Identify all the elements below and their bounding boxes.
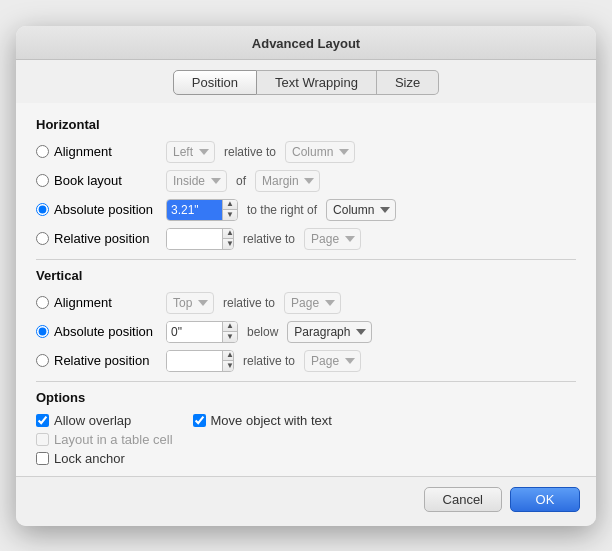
v-alignment-radio-label: Alignment [36,295,166,310]
v-alignment-relative-to-select[interactable]: Page [284,292,341,314]
h-relative-down-btn[interactable]: ▼ [223,239,234,249]
v-relative-position-row: Relative position ▲ ▼ relative to Page [36,349,576,373]
v-absolute-radio-label: Absolute position [36,324,166,339]
h-relative-up-btn[interactable]: ▲ [223,229,234,240]
v-relative-spinner-btns: ▲ ▼ [222,351,234,371]
options-section-title: Options [36,390,576,405]
h-absolute-radio-label: Absolute position [36,202,166,217]
book-layout-radio[interactable] [36,174,49,187]
v-absolute-radio[interactable] [36,325,49,338]
move-object-with-text-label[interactable]: Move object with text [193,413,332,428]
v-absolute-position-row: Absolute position ▲ ▼ below Paragraph Pa… [36,320,576,344]
v-relative-controls: ▲ ▼ relative to Page [166,350,576,372]
layout-in-table-cell-label: Layout in a table cell [36,432,173,447]
h-absolute-down-btn[interactable]: ▼ [223,210,237,220]
v-relative-to-select[interactable]: Page [304,350,361,372]
move-object-with-text-checkbox[interactable] [193,414,206,427]
alignment-radio-label: Alignment [36,144,166,159]
v-absolute-up-btn[interactable]: ▲ [223,322,237,333]
v-absolute-input[interactable] [167,322,222,342]
alignment-radio[interactable] [36,145,49,158]
v-relative-radio[interactable] [36,354,49,367]
cancel-button[interactable]: Cancel [424,487,502,512]
book-layout-of-select[interactable]: Margin [255,170,320,192]
h-relative-spinner-btns: ▲ ▼ [222,229,234,249]
v-relative-down-btn[interactable]: ▼ [223,361,234,371]
v-relative-radio-label: Relative position [36,353,166,368]
h-absolute-radio[interactable] [36,203,49,216]
book-layout-radio-label: Book layout [36,173,166,188]
divider-1 [36,259,576,260]
v-alignment-radio[interactable] [36,296,49,309]
h-absolute-to-right-select[interactable]: Column Page Margin [326,199,396,221]
dialog-title: Advanced Layout [16,26,596,60]
h-absolute-controls: ▲ ▼ to the right of Column Page Margin [166,199,576,221]
dialog-footer: Cancel OK [16,476,596,526]
allow-overlap-label[interactable]: Allow overlap [36,413,173,428]
h-relative-radio[interactable] [36,232,49,245]
book-layout-controls: Inside of Margin [166,170,576,192]
alignment-relative-to-select[interactable]: Column [285,141,355,163]
options-right-col: Move object with text [193,413,332,428]
lock-anchor-checkbox[interactable] [36,452,49,465]
tab-position[interactable]: Position [173,70,257,95]
tab-text-wrapping[interactable]: Text Wrapping [257,70,377,95]
v-absolute-controls: ▲ ▼ below Paragraph Page Margin [166,321,576,343]
v-absolute-below-select[interactable]: Paragraph Page Margin [287,321,372,343]
h-relative-spinner: ▲ ▼ [166,228,234,250]
ok-button[interactable]: OK [510,487,580,512]
options-left-col: Allow overlap Layout in a table cell Loc… [36,413,173,466]
book-layout-select[interactable]: Inside [166,170,227,192]
v-absolute-spinner: ▲ ▼ [166,321,238,343]
v-alignment-row: Alignment Top relative to Page [36,291,576,315]
v-alignment-controls: Top relative to Page [166,292,576,314]
v-relative-spinner: ▲ ▼ [166,350,234,372]
h-relative-position-row: Relative position ▲ ▼ relative to Page [36,227,576,251]
h-absolute-input[interactable] [167,200,222,220]
h-absolute-spinner-btns: ▲ ▼ [222,200,237,220]
lock-anchor-label[interactable]: Lock anchor [36,451,173,466]
h-absolute-up-btn[interactable]: ▲ [223,200,237,211]
h-absolute-spinner: ▲ ▼ [166,199,238,221]
tab-bar: Position Text Wrapping Size [16,60,596,103]
allow-overlap-checkbox[interactable] [36,414,49,427]
book-layout-row: Book layout Inside of Margin [36,169,576,193]
h-relative-input[interactable] [167,229,222,249]
divider-2 [36,381,576,382]
layout-in-table-cell-checkbox[interactable] [36,433,49,446]
v-alignment-select[interactable]: Top [166,292,214,314]
h-absolute-position-row: Absolute position ▲ ▼ to the right of Co… [36,198,576,222]
alignment-controls: Left relative to Column [166,141,576,163]
h-relative-to-select[interactable]: Page [304,228,361,250]
h-relative-radio-label: Relative position [36,231,166,246]
v-absolute-spinner-btns: ▲ ▼ [222,322,237,342]
alignment-select[interactable]: Left [166,141,215,163]
tab-size[interactable]: Size [377,70,439,95]
v-relative-up-btn[interactable]: ▲ [223,351,234,362]
v-absolute-down-btn[interactable]: ▼ [223,332,237,342]
advanced-layout-dialog: Advanced Layout Position Text Wrapping S… [16,26,596,526]
dialog-content: Horizontal Alignment Left relative to Co… [16,103,596,476]
vertical-section-title: Vertical [36,268,576,283]
horizontal-alignment-row: Alignment Left relative to Column [36,140,576,164]
h-relative-controls: ▲ ▼ relative to Page [166,228,576,250]
v-relative-input[interactable] [167,351,222,371]
options-content: Allow overlap Layout in a table cell Loc… [36,413,576,466]
horizontal-section-title: Horizontal [36,117,576,132]
